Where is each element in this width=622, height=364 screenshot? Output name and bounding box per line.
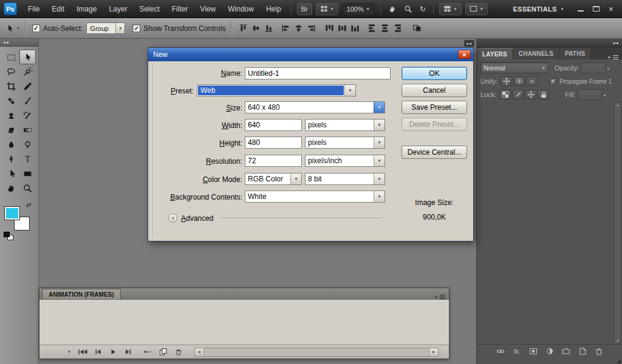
zoom-tool-shortcut-button[interactable]	[400, 5, 416, 13]
next-frame-button[interactable]	[120, 347, 135, 357]
default-foreground-swatch-icon[interactable]	[4, 232, 10, 237]
new-group-button[interactable]	[561, 346, 571, 358]
height-unit-dropdown[interactable]: pixels ▼	[305, 136, 385, 149]
width-input[interactable]: 640	[245, 119, 302, 131]
previous-frame-button[interactable]	[90, 347, 105, 357]
arrange-documents-button[interactable]: ▼	[439, 3, 462, 15]
menu-edit[interactable]: Edit	[46, 0, 70, 18]
foreground-color-swatch[interactable]	[4, 206, 20, 220]
dock-header[interactable]: ►►	[477, 39, 622, 47]
animation-scrollbar[interactable]: ◄ ►	[194, 348, 439, 357]
eyedropper-tool-button[interactable]	[19, 79, 36, 93]
unify-position-button[interactable]	[501, 76, 512, 86]
dock-collapse-button[interactable]: ►►	[464, 40, 474, 47]
distribute-horizontal-centers-button[interactable]	[379, 22, 391, 34]
dropdown-arrow-button[interactable]: ▼	[290, 174, 301, 184]
tab-layers[interactable]: LAYERS	[477, 48, 513, 59]
delete-layer-button[interactable]	[594, 346, 604, 358]
background-contents-dropdown[interactable]: White ▼	[245, 190, 385, 203]
save-preset-button[interactable]: Save Preset...	[402, 101, 467, 114]
unify-visibility-button[interactable]	[513, 76, 525, 86]
fill-spinner-icon[interactable]: ▸	[604, 93, 606, 97]
tools-panel-header[interactable]: ◄◄	[0, 39, 38, 47]
blur-tool-button[interactable]	[3, 137, 19, 152]
height-input[interactable]: 480	[245, 136, 302, 149]
name-input[interactable]: Untitled-1	[245, 67, 391, 79]
first-frame-button[interactable]	[75, 347, 90, 357]
size-dropdown[interactable]: 640 x 480 ▼	[245, 101, 385, 113]
scrollbar-track[interactable]	[204, 348, 429, 356]
dodge-tool-button[interactable]	[19, 137, 36, 152]
layers-list[interactable]: ▲ ▼	[477, 101, 622, 345]
close-button[interactable]: ×	[609, 5, 613, 13]
layer-style-button[interactable]: fx.	[512, 346, 522, 358]
auto-select-dropdown[interactable]: Group ▼	[86, 22, 125, 34]
preset-dropdown[interactable]: Web ▼	[197, 84, 356, 96]
bit-depth-dropdown[interactable]: 8 bit ▼	[305, 173, 385, 185]
zoom-tool-button[interactable]	[19, 181, 36, 195]
brush-tool-button[interactable]	[19, 93, 36, 108]
scroll-left-button[interactable]: ◄	[195, 348, 204, 356]
advanced-expander-button[interactable]: »	[168, 214, 177, 223]
tool-preset-picker[interactable]: ▼	[5, 24, 20, 33]
align-bottom-edges-button[interactable]	[263, 22, 275, 34]
dialog-title-bar[interactable]: New	[148, 48, 473, 61]
menu-help[interactable]: Help	[260, 0, 287, 18]
align-horizontal-centers-button[interactable]	[293, 22, 304, 34]
lock-pixels-button[interactable]	[512, 90, 524, 99]
loop-options-button[interactable]: ▼	[64, 347, 75, 357]
adjustment-layer-button[interactable]	[545, 346, 555, 358]
panel-menu-button[interactable]: ▼	[604, 55, 622, 59]
scroll-up-icon[interactable]: ▲	[616, 103, 620, 107]
quick-selection-tool-button[interactable]	[19, 64, 36, 79]
eraser-tool-button[interactable]	[3, 123, 19, 137]
opacity-spinner-icon[interactable]: ▸	[607, 66, 610, 70]
animation-frames-area[interactable]	[39, 299, 449, 345]
distribute-bottom-edges-button[interactable]	[349, 22, 361, 34]
rectangular-marquee-tool-button[interactable]	[3, 50, 19, 64]
device-central-button[interactable]: Device Central...	[402, 146, 467, 159]
screen-mode-button[interactable]: ▼	[465, 3, 488, 15]
pen-tool-button[interactable]	[3, 152, 19, 166]
type-tool-button[interactable]: T	[19, 152, 36, 166]
resize-grip-icon[interactable]: ◢	[617, 359, 621, 364]
dropdown-arrow-button[interactable]: ▼	[374, 174, 384, 184]
workspace-switcher[interactable]: ESSENTIALS ▼	[513, 5, 564, 13]
launch-bridge-button[interactable]: Br	[297, 3, 312, 15]
dropdown-arrow-button[interactable]: ▼	[374, 120, 384, 130]
align-vertical-centers-button[interactable]	[250, 22, 262, 34]
gradient-tool-button[interactable]	[19, 123, 36, 137]
delete-frame-button[interactable]	[171, 347, 186, 357]
tab-animation-frames[interactable]: ANIMATION (FRAMES)	[42, 289, 121, 299]
auto-align-layers-button[interactable]	[411, 22, 423, 34]
dropdown-arrow-button[interactable]: ▼	[374, 155, 384, 166]
hand-tool-button[interactable]	[3, 181, 19, 195]
link-layers-button[interactable]	[496, 346, 505, 358]
distribute-vertical-centers-button[interactable]	[337, 22, 348, 34]
lasso-tool-button[interactable]	[3, 64, 19, 79]
dropdown-arrow-button[interactable]: ▼	[344, 85, 355, 96]
panel-menu-button[interactable]: ▼	[431, 295, 449, 299]
align-right-edges-button[interactable]	[306, 22, 317, 34]
healing-brush-tool-button[interactable]	[3, 93, 19, 108]
rotate-view-button[interactable]: ↻	[416, 5, 429, 13]
scroll-right-button[interactable]: ►	[429, 348, 438, 356]
dropdown-arrow-button[interactable]: ▼	[374, 137, 384, 148]
resolution-input[interactable]: 72	[245, 155, 302, 167]
new-layer-button[interactable]	[578, 346, 587, 358]
switch-colors-icon[interactable]: ⇄	[26, 201, 31, 208]
scroll-down-icon[interactable]: ▼	[616, 339, 620, 343]
history-brush-tool-button[interactable]	[19, 108, 36, 123]
align-top-edges-button[interactable]	[238, 22, 249, 34]
dropdown-arrow-button[interactable]: ▼	[374, 191, 384, 202]
width-unit-dropdown[interactable]: pixels ▼	[305, 119, 385, 131]
minimize-button[interactable]	[578, 7, 584, 12]
ok-button[interactable]: OK	[402, 67, 467, 80]
tab-paths[interactable]: PATHS	[559, 48, 591, 59]
shape-tool-button[interactable]	[19, 166, 36, 181]
hand-tool-shortcut-button[interactable]	[384, 5, 400, 13]
unify-style-button[interactable]: fx	[526, 76, 538, 86]
dropdown-arrow-button[interactable]: ▼	[374, 102, 384, 113]
lock-transparency-button[interactable]	[499, 90, 511, 99]
move-tool-button[interactable]	[19, 50, 36, 64]
